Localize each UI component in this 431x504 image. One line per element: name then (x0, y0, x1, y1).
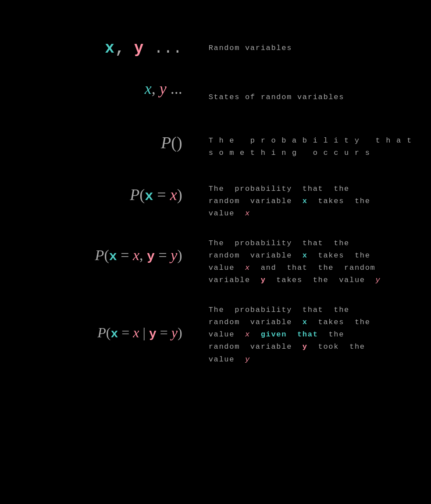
notation-row-p-xy: P(x = x, y = y)The probability that ther… (0, 224, 431, 291)
notation-row-states: x, y ...States of random variables (0, 71, 431, 115)
symbol-p-xy: P(x = x, y = y) (0, 224, 204, 291)
description-p-notation: T h e p r o b a b i l i t y t h a ts o m… (204, 115, 431, 170)
notation-row-random-variables: x, y ...Random variables (0, 18, 431, 71)
notation-table: x, y ...Random variablesx, y ...States o… (0, 18, 431, 379)
symbol-p-conditional: P(x = x | y = y) (0, 291, 204, 379)
symbol-states: x, y ... (0, 71, 204, 115)
description-states: States of random variables (204, 71, 431, 115)
description-random-variables: Random variables (204, 18, 431, 71)
notation-row-p-notation: P()T h e p r o b a b i l i t y t h a ts … (0, 115, 431, 170)
description-p-conditional: The probability that therandom variable … (204, 291, 431, 379)
symbol-p-x-equals-x: P(x = x) (0, 170, 204, 224)
description-p-x-equals-x: The probability that therandom variable … (204, 170, 431, 224)
notation-row-p-x-equals-x: P(x = x)The probability that therandom v… (0, 170, 431, 224)
notation-row-p-conditional: P(x = x | y = y)The probability that the… (0, 291, 431, 379)
description-p-xy: The probability that therandom variable … (204, 224, 431, 291)
symbol-p-notation: P() (0, 115, 204, 170)
symbol-random-variables: x, y ... (0, 18, 204, 71)
